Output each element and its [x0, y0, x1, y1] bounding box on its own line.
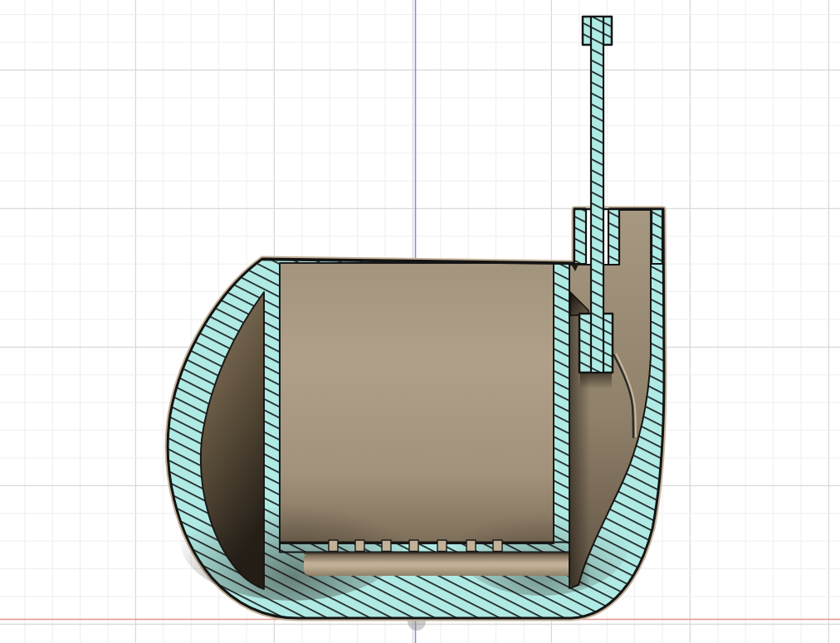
collar-outer-wall[interactable] — [652, 209, 662, 264]
lid-seat-wall[interactable] — [574, 209, 586, 264]
valve-stem[interactable] — [591, 17, 603, 373]
base-plate[interactable] — [304, 553, 569, 577]
perforation-holes — [329, 540, 502, 552]
interior-shadow-left — [180, 481, 404, 601]
section-view-canvas[interactable] — [0, 0, 840, 643]
valve-plug-shadow — [580, 373, 612, 389]
cad-viewport[interactable] — [0, 0, 840, 643]
valve-guide-wall[interactable] — [608, 209, 619, 265]
